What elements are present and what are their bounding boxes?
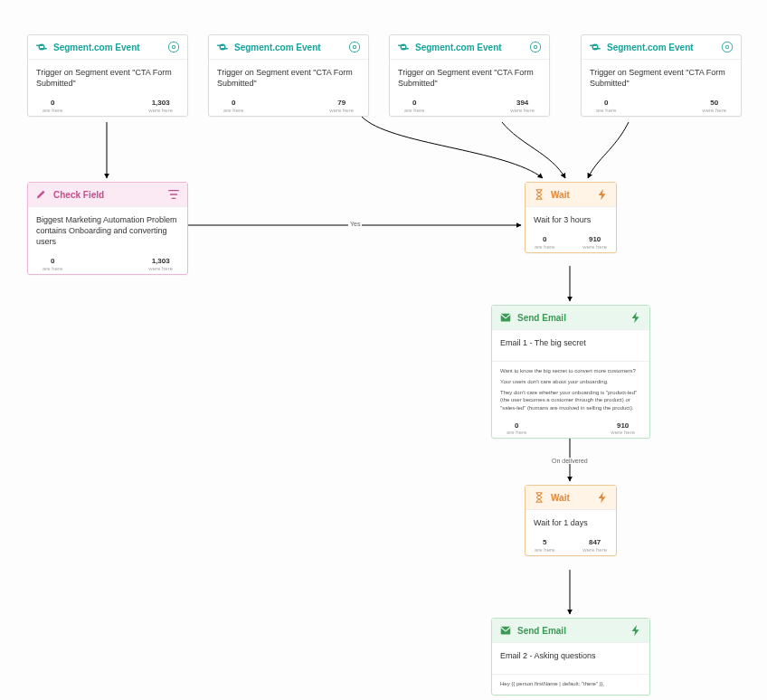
edge-label-yes: Yes — [348, 221, 362, 227]
node-title: Send Email — [517, 626, 566, 636]
svg-point-4 — [349, 42, 359, 52]
node-header: Segment.com Event — [582, 35, 741, 60]
bolt-icon[interactable] — [630, 624, 642, 637]
bolt-icon[interactable] — [596, 188, 609, 201]
email-subject: Email 2 - Asking questions — [492, 643, 649, 674]
node-stats: 0are here 910were here — [492, 421, 649, 438]
node-title: Segment.com Event — [234, 43, 321, 52]
node-segment-1[interactable]: Segment.com Event Trigger on Segment eve… — [208, 34, 369, 117]
segment-icon — [216, 41, 229, 53]
node-stats: 0are here 394were here — [390, 98, 549, 115]
svg-point-11 — [725, 45, 729, 49]
node-title: Segment.com Event — [415, 43, 502, 52]
node-body: Biggest Marketing Automation Problem con… — [28, 207, 187, 254]
svg-rect-12 — [501, 314, 511, 322]
mail-icon — [499, 624, 512, 637]
email-preview: Want to know the big secret to convert m… — [492, 361, 649, 418]
node-title: Wait — [551, 190, 570, 200]
svg-point-2 — [172, 45, 175, 49]
node-stats: 0are here 1,303were here — [28, 98, 187, 115]
gear-icon[interactable] — [167, 41, 180, 53]
node-wait-2[interactable]: Wait Wait for 1 days 5are here 847were h… — [525, 485, 617, 556]
node-header: Wait — [526, 486, 616, 510]
hourglass-icon — [533, 491, 545, 504]
email-subject: Email 1 - The big secret — [492, 330, 649, 361]
segment-icon — [35, 41, 48, 53]
node-header: Send Email — [492, 306, 649, 330]
svg-rect-13 — [501, 627, 511, 635]
node-segment-3[interactable]: Segment.com Event Trigger on Segment eve… — [581, 34, 742, 117]
node-stats: 5are here 847were here — [526, 537, 616, 554]
mail-icon — [499, 311, 512, 324]
node-body: Trigger on Segment event "CTA Form Submi… — [582, 60, 741, 96]
email-preview: Hey {{ person.firstName | default: "ther… — [492, 674, 649, 695]
node-wait-1[interactable]: Wait Wait for 3 hours 0are here 910were … — [525, 182, 617, 253]
gear-icon[interactable] — [721, 41, 734, 53]
node-title: Check Field — [53, 190, 104, 200]
node-header: Segment.com Event — [28, 35, 187, 60]
flow-canvas: Yes On delivered Segment.com Event Trigg… — [0, 0, 767, 700]
bolt-icon[interactable] — [596, 491, 609, 504]
bolt-icon[interactable] — [630, 311, 642, 324]
node-title: Send Email — [517, 313, 566, 323]
node-stats: 0are here 50were here — [582, 98, 741, 115]
node-title: Wait — [551, 493, 570, 503]
svg-point-1 — [168, 42, 178, 52]
node-header: Send Email — [492, 619, 649, 643]
node-segment-2[interactable]: Segment.com Event Trigger on Segment eve… — [389, 34, 550, 117]
svg-point-10 — [722, 42, 732, 52]
node-segment-0[interactable]: Segment.com Event Trigger on Segment eve… — [27, 34, 188, 117]
node-send-email-2[interactable]: Send Email Email 2 - Asking questions He… — [491, 618, 650, 695]
node-stats: 0are here 910were here — [526, 234, 616, 251]
node-header: Wait — [526, 183, 616, 207]
node-body: Trigger on Segment event "CTA Form Submi… — [28, 60, 187, 96]
svg-point-5 — [353, 45, 356, 49]
segment-icon — [397, 41, 410, 53]
svg-point-8 — [534, 45, 537, 49]
gear-icon[interactable] — [529, 41, 542, 53]
segment-icon — [589, 41, 601, 53]
node-stats: 0are here 79were here — [209, 98, 368, 115]
svg-point-7 — [530, 42, 540, 52]
node-body: Wait for 3 hours — [526, 207, 616, 232]
node-title: Segment.com Event — [607, 43, 694, 52]
node-check-field[interactable]: Check Field Biggest Marketing Automation… — [27, 182, 188, 275]
node-header: Segment.com Event — [209, 35, 368, 60]
node-send-email-1[interactable]: Send Email Email 1 - The big secret Want… — [491, 305, 650, 439]
hourglass-icon — [533, 188, 545, 201]
node-body: Trigger on Segment event "CTA Form Submi… — [390, 60, 549, 96]
gear-icon[interactable] — [348, 41, 361, 53]
node-body: Wait for 1 days — [526, 510, 616, 535]
node-header: Check Field — [28, 183, 187, 207]
node-title: Segment.com Event — [53, 43, 140, 52]
edge-label-on-delivered: On delivered — [550, 458, 590, 464]
node-body: Trigger on Segment event "CTA Form Submi… — [209, 60, 368, 96]
node-header: Segment.com Event — [390, 35, 549, 60]
filter-icon[interactable] — [167, 188, 180, 201]
pencil-icon — [35, 188, 48, 201]
node-stats: 0are here 1,303were here — [28, 256, 187, 273]
